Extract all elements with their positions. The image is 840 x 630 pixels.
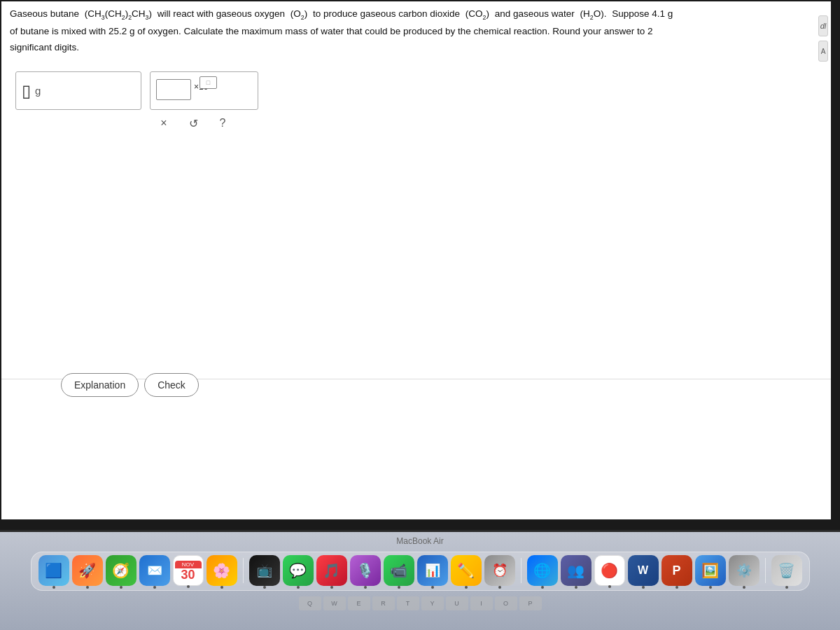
content-area: Gaseous butane (CH3(CH2)2CH3) will react… — [1, 1, 831, 519]
dock-icon-navigate[interactable]: 🧭 — [106, 555, 136, 586]
key-t: T — [397, 596, 419, 610]
tv-icon: 📺 — [257, 563, 272, 578]
dock-icon-stats[interactable]: 📊 — [417, 555, 448, 586]
q-formula-co2: (CO2) — [465, 7, 489, 22]
dock-icon-word[interactable]: W — [628, 555, 659, 586]
dock-separator-1 — [243, 558, 244, 583]
dock-icon-clock[interactable]: ⏰ — [484, 555, 515, 586]
dock-icon-system[interactable]: ⚙️ — [729, 555, 760, 586]
sci-notation-box[interactable]: ×10 □ — [150, 71, 258, 110]
navigate-icon: 🧭 — [112, 562, 130, 579]
cursor-icon: ▯ — [22, 81, 31, 101]
right-btn-2[interactable]: A — [818, 41, 828, 62]
key-p: P — [519, 596, 542, 610]
answer-input-box[interactable]: ▯ g — [15, 71, 141, 110]
word-icon: W — [638, 564, 648, 577]
key-i: I — [470, 596, 493, 610]
dock-separator-3 — [765, 558, 766, 583]
q-to-produce: to produce gaseous carbon dioxide — [313, 7, 460, 21]
teams-icon: 👥 — [567, 562, 584, 579]
input-section: ▯ g ×10 □ — [15, 71, 258, 110]
explanation-button[interactable]: Explanation — [61, 373, 139, 397]
dock-container: 🟦 🚀 🧭 ✉️ NOV 30 🌸 — [31, 552, 810, 591]
photos-icon: 🌸 — [213, 562, 230, 579]
sci-base-input[interactable] — [156, 79, 191, 100]
dock-icon-music[interactable]: 🎵 — [316, 555, 347, 586]
right-btn-1[interactable]: dl — [818, 15, 828, 36]
safari-icon: 🌐 — [533, 562, 551, 579]
question-line2: of butane is mixed with 25.2 g of oxygen… — [10, 24, 815, 39]
clear-button[interactable]: × — [154, 113, 174, 133]
check-button[interactable]: Check — [144, 373, 199, 397]
dock-icon-finder[interactable]: 🟦 — [38, 555, 69, 586]
undo-icon: ↺ — [189, 117, 198, 130]
dock-icon-teams[interactable]: 👥 — [561, 555, 592, 586]
dock-icon-trash[interactable]: 🗑️ — [771, 555, 802, 586]
clock-icon: ⏰ — [492, 563, 507, 578]
action-buttons-row: × ↺ ? — [154, 113, 232, 133]
key-u: U — [446, 596, 468, 610]
key-w: W — [323, 596, 346, 610]
macbook-label: MacBook Air — [0, 532, 840, 546]
question-line3: significant digits. — [10, 40, 815, 55]
help-icon: ? — [220, 117, 226, 130]
sci-exponent-input[interactable]: □ — [200, 76, 217, 89]
right-panel: dl A — [818, 15, 828, 62]
key-r: R — [372, 596, 395, 610]
dock-icon-messages[interactable]: 💬 — [283, 555, 314, 586]
key-q: Q — [299, 596, 321, 610]
calendar-month: NOV — [175, 561, 202, 568]
q-formula-o2: (O2) — [290, 7, 307, 22]
q-formula-butane: (CH3(CH2)2CH3) — [85, 7, 152, 22]
dock-icon-mail[interactable]: ✉️ — [139, 555, 170, 586]
system-icon: ⚙️ — [736, 563, 752, 578]
key-y: Y — [421, 596, 444, 610]
dock-icon-facetime[interactable]: 📹 — [384, 555, 414, 586]
undo-button[interactable]: ↺ — [183, 113, 203, 133]
q-suppose: Suppose 4.1 g — [612, 7, 673, 21]
launchpad-icon: 🚀 — [78, 562, 96, 579]
chrome-icon: 🔴 — [601, 562, 618, 579]
dock-icon-podcasts[interactable]: 🎙️ — [350, 555, 381, 586]
question-line1: Gaseous butane (CH3(CH2)2CH3) will react… — [10, 7, 815, 22]
dock-icon-safari[interactable]: 🌐 — [527, 555, 558, 586]
help-button[interactable]: ? — [213, 113, 232, 133]
key-o: O — [495, 596, 517, 610]
dock-icon-notes[interactable]: ✏️ — [451, 555, 482, 586]
powerpoint-icon: P — [672, 564, 680, 578]
clear-icon: × — [160, 117, 167, 130]
unit-label: g — [35, 85, 41, 97]
dock-icon-calendar[interactable]: NOV 30 — [173, 555, 204, 586]
dock-icon-chrome[interactable]: 🔴 — [594, 555, 625, 586]
dock-icon-preview[interactable]: 🖼️ — [695, 555, 726, 586]
bottom-action-buttons: Explanation Check — [61, 373, 199, 397]
q-line3-text: significant digits. — [10, 42, 79, 52]
q-line2-text: of butane is mixed with 25.2 g of oxygen… — [10, 26, 653, 36]
trash-icon: 🗑️ — [778, 562, 795, 579]
dock-icon-tv[interactable]: 📺 — [249, 555, 280, 586]
mail-icon: ✉️ — [147, 563, 162, 578]
music-icon: 🎵 — [323, 562, 340, 579]
screen-bezel: Gaseous butane (CH3(CH2)2CH3) will react… — [0, 0, 840, 532]
dock-icon-launchpad[interactable]: 🚀 — [72, 555, 103, 586]
stats-icon: 📊 — [425, 563, 440, 578]
finder-icon: 🟦 — [45, 562, 62, 579]
question-area: Gaseous butane (CH3(CH2)2CH3) will react… — [10, 7, 815, 55]
key-e: E — [348, 596, 370, 610]
sci-exp-placeholder: □ — [206, 79, 210, 86]
dock-area: MacBook Air 🟦 🚀 🧭 ✉️ NOV 30 — [0, 532, 840, 630]
calendar-date: 30 — [181, 568, 195, 581]
q-formula-h2o: (H2O). — [580, 7, 607, 22]
q-intro: Gaseous butane — [10, 7, 79, 21]
notes-icon: ✏️ — [457, 562, 475, 579]
keyboard-hint-row: Q W E R T Y U I O P — [0, 596, 840, 610]
dock-icon-photos[interactable]: 🌸 — [206, 555, 237, 586]
dock-icon-powerpoint[interactable]: P — [662, 555, 692, 586]
preview-icon: 🖼️ — [701, 562, 719, 579]
q-and-water: and gaseous water — [495, 7, 575, 21]
q-will-react: will react with gaseous oxygen — [158, 7, 285, 21]
messages-icon: 💬 — [289, 562, 307, 579]
facetime-icon: 📹 — [390, 562, 407, 579]
podcasts-icon: 🎙️ — [356, 562, 374, 579]
dock-wrapper: 🟦 🚀 🧭 ✉️ NOV 30 🌸 — [0, 552, 840, 591]
